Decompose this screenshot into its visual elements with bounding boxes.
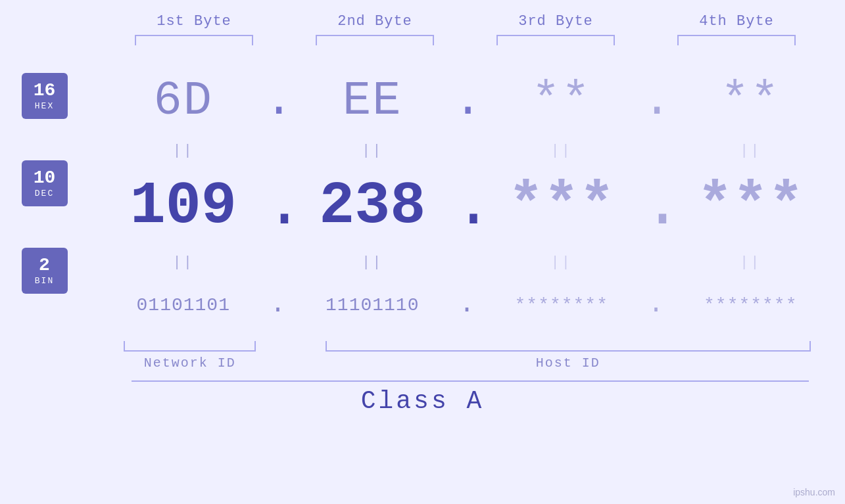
dec-row: 109 . 238 . *** . *** [89,164,845,249]
network-bracket-container: Network ID [102,341,278,371]
hex-row: 6D . EE . ** . ** [89,65,845,137]
hex-dot2: . [454,78,480,125]
bin-b4-cell: ******** [669,295,833,315]
rows-container: 6D . EE . ** . ** || [89,65,845,334]
dec-dot3: . [643,173,669,239]
class-label-container: Class A [0,380,845,415]
equals-cell-4: || [669,143,833,159]
class-line [132,380,809,382]
byte3-header: 3rd Byte [466,13,646,30]
bin-b2-cell: 11101110 [291,295,454,315]
hex-dot3: . [643,78,669,125]
dec-b1-value: 109 [130,173,237,240]
badges-column: 16 HEX 10 DEC 2 BIN [0,65,89,334]
class-label: Class A [361,387,485,415]
byte4-header: 4th Byte [646,13,827,30]
hex-badge-number: 16 [34,81,56,101]
equals-cell-6: || [291,254,454,271]
bin-badge-number: 2 [39,256,50,276]
equals-cell-7: || [480,254,643,271]
equals-row-2: || || || || [89,249,845,275]
bottom-section: Network ID Host ID Class A [0,341,845,415]
content-area: 16 HEX 10 DEC 2 BIN 6D . EE [0,65,845,334]
bin-badge: 2 BIN [22,248,68,294]
equals-8: || [740,254,761,271]
byte1-header: 1st Byte [104,13,285,30]
dec-b1-cell: 109 [102,173,265,240]
equals-3: || [551,143,572,159]
equals-row-1: || || || || [89,137,845,164]
dec-dot2: . [454,173,480,239]
hex-badge: 16 HEX [22,73,68,119]
equals-cell-3: || [480,143,643,159]
main-container: 1st Byte 2nd Byte 3rd Byte 4th Byte 16 H… [0,0,845,504]
bin-b3-cell: ******** [480,295,643,315]
bracket-cell-2 [285,35,466,45]
equals-1: || [173,143,194,159]
hex-b2-value: EE [343,74,402,128]
hex-b3-cell: ** [480,74,643,128]
bin-b4-value: ******** [704,295,797,315]
top-bracket-3 [496,35,615,45]
hex-b4-value: ** [721,74,780,128]
bin-b1-value: 01101101 [137,295,230,315]
dec-badge: 10 DEC [22,160,68,206]
equals-4: || [740,143,761,159]
hex-b3-value: ** [532,74,591,128]
bin-dot3: . [643,292,669,318]
bin-b3-value: ******** [515,295,608,315]
dec-badge-label: DEC [35,189,54,198]
bracket-cell-4 [646,35,827,45]
dec-badge-number: 10 [34,168,56,189]
hex-b4-cell: ** [669,74,833,128]
bin-b1-cell: 01101101 [102,295,265,315]
hex-b2-cell: EE [291,74,454,128]
dec-b2-value: 238 [319,173,425,240]
byte-headers: 1st Byte 2nd Byte 3rd Byte 4th Byte [104,13,827,30]
bin-badge-label: BIN [35,276,54,286]
equals-5: || [173,254,194,271]
bottom-brackets-row: Network ID Host ID [89,341,845,371]
equals-6: || [362,254,383,271]
hex-b1-cell: 6D [102,74,265,128]
host-id-label: Host ID [536,355,600,371]
equals-cell-2: || [291,143,454,159]
bin-dot1: . [265,292,291,318]
top-bracket-2 [316,35,434,45]
host-bracket-container: Host ID [304,341,833,371]
bracket-spacer-1 [278,341,304,371]
bin-dot2: . [454,292,480,318]
bin-b2-value: 11101110 [326,295,419,315]
class-row: Class A [0,380,845,415]
bracket-cell-3 [466,35,646,45]
top-bracket-row [104,35,827,45]
equals-cell-1: || [102,143,265,159]
top-bracket-1 [135,35,253,45]
network-id-label: Network ID [144,355,236,371]
dec-b3-cell: *** [480,173,643,240]
dec-b4-cell: *** [669,173,833,240]
top-bracket-4 [677,35,796,45]
bracket-cell-1 [104,35,285,45]
bin-row: 01101101 . 11101110 . ******** . *******… [89,275,845,334]
watermark: ipshu.com [793,487,835,497]
dec-b4-value: *** [697,173,804,240]
dec-dot1: . [265,173,291,239]
hex-badge-label: HEX [35,101,54,111]
byte2-header: 2nd Byte [285,13,466,30]
network-bottom-bracket [124,341,256,352]
equals-2: || [362,143,383,159]
hex-b1-value: 6D [154,74,213,128]
dec-b2-cell: 238 [291,173,454,240]
equals-cell-5: || [102,254,265,271]
host-bottom-bracket [326,341,811,352]
equals-cell-8: || [669,254,833,271]
hex-dot1: . [265,78,291,125]
dec-b3-value: *** [508,173,615,240]
equals-7: || [551,254,572,271]
